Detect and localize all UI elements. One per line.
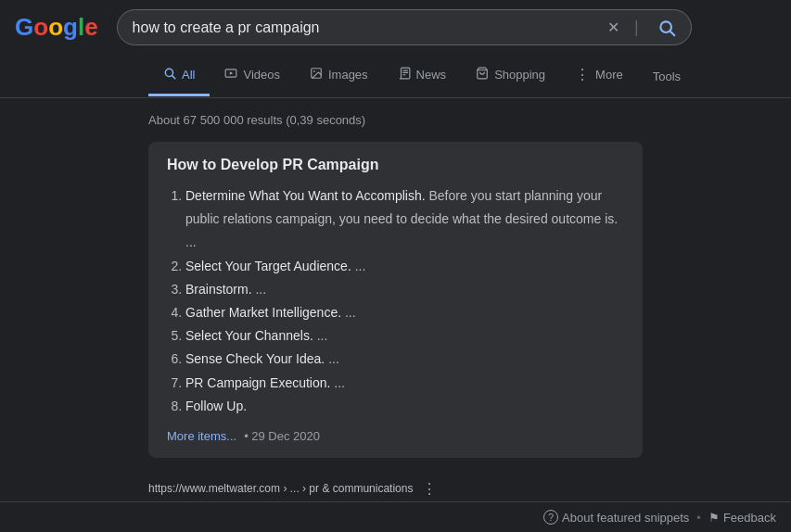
- svg-point-7: [313, 70, 315, 72]
- more-items-link[interactable]: More items...: [167, 429, 236, 443]
- list-item-main: Gather Market Intelligence.: [185, 305, 341, 320]
- list-item: Gather Market Intelligence. ...: [185, 301, 624, 324]
- result-options-button[interactable]: ⋮: [422, 480, 437, 498]
- result-url-text: https://www.meltwater.com › ... › pr & c…: [148, 482, 413, 495]
- list-item-main: Brainstorm.: [185, 282, 252, 297]
- more-icon: ⋮: [575, 66, 590, 83]
- results-count: About 67 500 000 results (0,39 seconds): [148, 113, 643, 127]
- feedback-label: Feedback: [723, 511, 776, 525]
- all-icon: [163, 67, 176, 82]
- tab-videos[interactable]: Videos: [210, 56, 295, 96]
- list-item: Select Your Target Audience. ...: [185, 255, 624, 278]
- header: Google how to create a pr campaign ✕ |: [0, 0, 791, 55]
- list-item-detail: ...: [334, 375, 345, 390]
- list-item-main: Determine What You Want to Accomplish.: [185, 188, 426, 203]
- tab-images[interactable]: Images: [295, 56, 383, 96]
- featured-snippet: How to Develop PR Campaign Determine Wha…: [148, 142, 643, 458]
- list-item-detail: ...: [345, 305, 356, 320]
- list-item-detail: ...: [355, 259, 366, 273]
- list-item: Select Your Channels. ...: [185, 324, 624, 348]
- list-item: PR Campaign Execution. ...: [185, 372, 624, 395]
- tab-shopping-label: Shopping: [494, 68, 545, 82]
- tab-all-label: All: [182, 68, 195, 82]
- feedback-button[interactable]: ⚑ Feedback: [708, 511, 776, 525]
- svg-line-3: [172, 76, 175, 79]
- bottom-bar-separator: •: [696, 511, 701, 525]
- list-item-detail: ...: [328, 351, 339, 366]
- shopping-icon: [476, 67, 489, 82]
- snippet-meta: More items... • 29 Dec 2020: [167, 429, 624, 443]
- list-item-main: Select Your Target Audience.: [185, 259, 351, 273]
- snippet-date: • 29 Dec 2020: [244, 429, 320, 443]
- images-icon: [310, 67, 323, 82]
- list-item-main: PR Campaign Execution.: [185, 375, 330, 390]
- news-icon: [398, 67, 411, 82]
- list-item: Determine What You Want to Accomplish. B…: [185, 184, 624, 255]
- tools-button[interactable]: Tools: [638, 58, 695, 95]
- featured-snippets-info[interactable]: ? About featured snippets: [543, 510, 689, 525]
- list-item: Brainstorm. ...: [185, 278, 624, 301]
- tab-news-label: News: [416, 68, 447, 82]
- result-url: https://www.meltwater.com › ... › pr & c…: [148, 480, 643, 498]
- list-item: Sense Check Your Idea. ...: [185, 348, 624, 371]
- svg-line-1: [670, 31, 674, 35]
- google-logo: Google: [15, 13, 98, 42]
- search-input[interactable]: how to create a pr campaign: [133, 19, 600, 36]
- feedback-icon: ⚑: [708, 511, 720, 525]
- featured-snippets-label: About featured snippets: [562, 511, 689, 525]
- search-bar: how to create a pr campaign ✕ |: [117, 9, 692, 45]
- featured-snippets-icon: ?: [543, 510, 558, 525]
- clear-search-button[interactable]: ✕: [607, 19, 619, 36]
- search-button[interactable]: [657, 19, 676, 37]
- bottom-bar: ? About featured snippets • ⚑ Feedback: [0, 501, 791, 532]
- nav-tabs: All Videos Images: [0, 55, 791, 98]
- tab-all[interactable]: All: [148, 56, 210, 96]
- snippet-list: Determine What You Want to Accomplish. B…: [167, 184, 624, 418]
- list-item-main: Follow Up.: [185, 399, 247, 413]
- list-item-main: Select Your Channels.: [185, 328, 313, 343]
- list-item: Follow Up.: [185, 395, 624, 418]
- tab-news[interactable]: News: [383, 56, 462, 96]
- tab-shopping[interactable]: Shopping: [461, 56, 560, 96]
- search-divider: |: [634, 18, 639, 37]
- tab-videos-label: Videos: [243, 68, 280, 82]
- list-item-main: Sense Check Your Idea.: [185, 351, 325, 366]
- tab-images-label: Images: [328, 68, 368, 82]
- main-content: About 67 500 000 results (0,39 seconds) …: [0, 98, 791, 532]
- list-item-detail: ...: [317, 328, 328, 343]
- videos-icon: [224, 67, 237, 82]
- tab-more[interactable]: ⋮ More: [560, 55, 638, 97]
- tab-more-label: More: [595, 68, 623, 82]
- list-item-detail: ...: [255, 282, 266, 297]
- svg-marker-5: [230, 71, 234, 75]
- snippet-title: How to Develop PR Campaign: [167, 157, 624, 173]
